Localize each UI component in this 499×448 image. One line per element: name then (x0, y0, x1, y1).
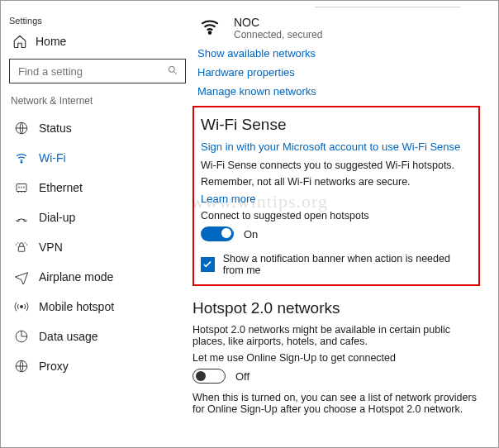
vpn-icon (14, 240, 29, 255)
sidebar-item-label: Mobile hotspot (39, 300, 114, 313)
show-available-networks-link[interactable]: Show available networks (197, 47, 482, 60)
home-icon (12, 34, 27, 49)
notification-checkbox[interactable] (201, 257, 215, 272)
hotspot20-note: When this is turned on, you can see a li… (192, 392, 482, 415)
wifi-icon (197, 16, 222, 37)
sidebar-item-label: Ethernet (39, 181, 83, 194)
ethernet-icon (14, 180, 29, 195)
connect-suggested-label: Connect to suggested open hotspots (201, 210, 472, 222)
svg-rect-4 (18, 246, 25, 251)
sidebar-item-label: Airplane mode (39, 270, 113, 284)
connect-suggested-toggle[interactable]: On (201, 226, 472, 241)
wifi-sense-desc: Wi-Fi Sense connects you to suggested Wi… (201, 160, 472, 171)
hotspot20-desc: Hotspot 2.0 networks might be available … (192, 324, 482, 347)
airplane-icon (14, 269, 29, 284)
sidebar-item-data-usage[interactable]: Data usage (9, 322, 192, 351)
home-nav[interactable]: Home (12, 34, 192, 49)
home-label: Home (36, 35, 66, 48)
signin-microsoft-link[interactable]: Sign in with your Microsoft account to u… (201, 141, 472, 153)
sidebar-item-ethernet[interactable]: Ethernet (9, 173, 192, 203)
wifi-sense-remember: Remember, not all Wi-Fi networks are sec… (201, 176, 472, 188)
wifi-icon (14, 150, 29, 165)
sidebar-item-airplane[interactable]: Airplane mode (9, 262, 192, 292)
svg-point-5 (21, 306, 23, 308)
sidebar-item-vpn[interactable]: VPN (9, 232, 192, 262)
sidebar-item-status[interactable]: Status (9, 113, 192, 143)
sidebar-item-label: Wi-Fi (39, 151, 66, 164)
data-usage-icon (14, 329, 29, 344)
wifi-sense-section: Wi-Fi Sense Sign in with your Microsoft … (192, 106, 480, 286)
globe-icon (14, 121, 29, 136)
sidebar-item-label: Data usage (39, 330, 98, 343)
toggle-state: On (244, 228, 258, 241)
svg-point-8 (209, 31, 211, 34)
hardware-properties-link[interactable]: Hardware properties (197, 66, 482, 79)
online-signup-toggle[interactable]: Off (192, 369, 482, 384)
dialup-icon (14, 210, 29, 225)
search-input-wrap[interactable] (9, 59, 186, 83)
connection-name: NOC (234, 16, 322, 29)
app-title: Settings (9, 16, 192, 26)
search-input[interactable] (17, 64, 167, 79)
hotspot20-title: Hotspot 2.0 networks (192, 299, 482, 317)
sidebar-item-label: Proxy (39, 360, 69, 373)
sidebar-item-wifi[interactable]: Wi-Fi (9, 143, 192, 173)
sidebar-item-label: Status (39, 122, 72, 135)
sidebar-item-hotspot[interactable]: Mobile hotspot (9, 292, 192, 322)
toggle-state: Off (235, 370, 249, 383)
sidebar-item-proxy[interactable]: Proxy (9, 351, 192, 381)
connection-status: Connected, secured (234, 29, 322, 41)
search-icon (167, 64, 178, 79)
wifi-sense-title: Wi-Fi Sense (201, 116, 472, 134)
learn-more-link[interactable]: Learn more (201, 193, 472, 205)
manage-known-networks-link[interactable]: Manage known networks (197, 85, 482, 98)
svg-point-0 (169, 66, 174, 72)
group-title: Network & Internet (11, 95, 192, 107)
sidebar-item-label: Dial-up (39, 211, 75, 224)
svg-point-2 (21, 162, 22, 164)
online-signup-label: Let me use Online Sign-Up to get connect… (192, 352, 482, 364)
hotspot20-section: Hotspot 2.0 networks Hotspot 2.0 network… (192, 299, 482, 415)
hotspot-icon (14, 299, 29, 314)
sidebar-item-label: VPN (39, 241, 63, 254)
proxy-icon (14, 359, 29, 374)
sidebar-item-dialup[interactable]: Dial-up (9, 203, 192, 232)
notification-label: Show a notification banner when action i… (223, 253, 472, 276)
current-connection: NOC Connected, secured (197, 16, 482, 41)
